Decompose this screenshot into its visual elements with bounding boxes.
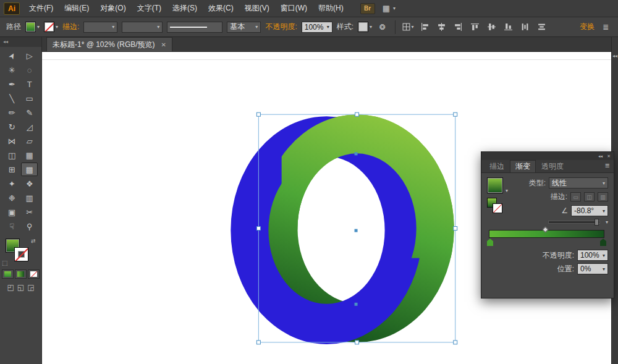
gradient-slider-bar[interactable] [489, 230, 604, 238]
tool-eyedropper[interactable]: ✦ [4, 177, 20, 190]
menu-file[interactable]: 文件(F) [23, 0, 59, 17]
brush-definition-select[interactable]: 基本▾ [227, 22, 261, 33]
stroke-within-button[interactable]: ▭ [570, 192, 581, 201]
stroke-color-control[interactable]: ▾ [44, 22, 58, 32]
color-mode-button[interactable] [2, 269, 14, 279]
tool-type[interactable]: T [21, 77, 38, 91]
menu-help[interactable]: 帮助(H) [313, 0, 349, 17]
chevron-down-icon[interactable]: ▾ [506, 188, 508, 193]
tool-slice[interactable]: ✂ [21, 205, 38, 219]
panel-tab-stroke[interactable]: 描边 [484, 160, 510, 172]
stop-location-select[interactable]: 0%▾ [577, 263, 608, 274]
panel-close-icon[interactable]: ✕ [607, 154, 611, 159]
slider-thumb[interactable] [595, 219, 599, 226]
width-profile-select[interactable]: ▾ [122, 22, 163, 33]
stop-opacity-slider[interactable] [548, 221, 600, 224]
gradient-angle-input[interactable]: -80.8°▾ [571, 205, 608, 216]
close-icon[interactable]: ✕ [161, 41, 166, 48]
selection-handle[interactable] [256, 341, 260, 344]
align-left-button[interactable] [418, 21, 431, 33]
screen-mode-icon[interactable]: ◲ [27, 283, 34, 292]
none-mode-button[interactable] [28, 269, 40, 279]
gradient-type-select[interactable]: 线性▾ [549, 177, 608, 188]
menu-type[interactable]: 文字(T) [132, 0, 167, 17]
selection-handle[interactable] [454, 341, 457, 344]
stroke-panel-link[interactable]: 描边: [62, 22, 79, 32]
panel-tab-transparency[interactable]: 透明度 [536, 160, 569, 172]
gradient-stop-end[interactable] [600, 239, 606, 246]
opacity-panel-link[interactable]: 不透明度: [265, 22, 297, 32]
tool-zoom[interactable]: ⚲ [21, 219, 38, 233]
tool-line-segment[interactable]: ╲ [4, 91, 20, 105]
graphic-style-control[interactable]: ▾ [358, 22, 372, 32]
panel-menu-icon[interactable]: ≣ [599, 21, 612, 33]
draw-normal-icon[interactable]: ◰ [7, 283, 14, 292]
align-center-button[interactable] [435, 21, 447, 33]
stroke-along-button[interactable]: ◫ [584, 192, 595, 201]
tool-scale[interactable]: ◿ [21, 120, 38, 133]
selection-handle[interactable] [355, 341, 359, 344]
align-bottom-button[interactable] [502, 21, 514, 33]
recolor-artwork-icon[interactable]: ❂ [376, 21, 389, 33]
menu-object[interactable]: 对象(O) [95, 0, 131, 17]
tool-selection[interactable]: ➤ [4, 49, 20, 62]
workspace-switcher[interactable]: ▦ ▾ [383, 4, 396, 13]
tool-blend[interactable]: ❖ [21, 177, 38, 190]
anchor-point[interactable] [355, 229, 358, 232]
distribute-vertical-button[interactable] [535, 21, 548, 33]
tool-hand[interactable]: ☟ [4, 219, 20, 233]
stroke-none-swatch[interactable] [44, 22, 54, 32]
tool-gradient[interactable]: ▩ [21, 163, 38, 176]
stroke-weight-select[interactable]: ▾ [83, 22, 117, 33]
bridge-icon[interactable]: Br [360, 3, 375, 14]
distribute-horizontal-button[interactable] [519, 21, 531, 33]
gradient-stroke-proxy[interactable] [493, 203, 502, 213]
panel-tab-gradient[interactable]: 渐变 [510, 160, 536, 172]
gradient-fill-swatch[interactable] [487, 177, 503, 193]
tool-direct-selection[interactable]: ▷ [21, 49, 38, 62]
tools-collapse-icon[interactable]: ◂◂ [0, 37, 41, 47]
tool-column-graph[interactable]: ▥ [21, 191, 38, 205]
menu-select[interactable]: 选择(S) [167, 0, 203, 17]
stop-opacity-select[interactable]: 100%▾ [577, 250, 608, 261]
tool-width[interactable]: ⋈ [4, 134, 20, 148]
menu-view[interactable]: 视图(V) [239, 0, 275, 17]
tool-paintbrush[interactable]: ✏ [4, 106, 20, 119]
style-swatch[interactable] [358, 22, 368, 32]
tool-symbol-sprayer[interactable]: ❉ [4, 191, 20, 205]
align-middle-button[interactable] [485, 21, 497, 33]
tool-mesh[interactable]: ⊞ [4, 163, 20, 176]
tool-rectangle[interactable]: ▭ [21, 91, 38, 105]
tool-artboard[interactable]: ▣ [4, 205, 20, 219]
gradient-midpoint-handle[interactable] [542, 227, 548, 233]
panel-collapse-icon[interactable]: ◂◂ [598, 154, 603, 159]
tool-pen[interactable]: ✒ [4, 77, 20, 91]
gradient-mode-button[interactable] [15, 269, 27, 279]
selection-handle[interactable] [454, 227, 457, 231]
document-tab[interactable]: 未标题-1* @ 102% (RGB/预览) ✕ [46, 37, 172, 51]
align-top-button[interactable] [468, 21, 481, 33]
selection-handle[interactable] [256, 227, 260, 231]
tool-lasso[interactable]: ◌ [21, 63, 38, 77]
tool-free-transform[interactable]: ▱ [21, 134, 38, 148]
dock-expand-icon[interactable]: ◂◂ [612, 53, 617, 59]
stroke-across-button[interactable]: ▥ [598, 192, 608, 201]
menu-effect[interactable]: 效果(C) [203, 0, 239, 17]
default-fill-stroke-icon[interactable]: ⬚ [2, 260, 7, 266]
brush-stroke-select[interactable] [167, 22, 222, 33]
anchor-point[interactable] [355, 152, 358, 155]
anchor-point[interactable] [355, 303, 358, 306]
tool-shape-builder[interactable]: ◫ [4, 148, 20, 162]
fill-color-control[interactable]: ▾ [25, 22, 40, 32]
tool-rotate[interactable]: ↻ [4, 120, 20, 133]
gradient-stop-start[interactable] [487, 239, 493, 246]
panel-menu-icon[interactable]: ≣ [605, 162, 614, 169]
fill-swatch[interactable] [25, 22, 36, 32]
tool-perspective-grid[interactable]: ▦ [21, 148, 38, 162]
arrange-documents-icon[interactable]: ▾ [402, 21, 414, 33]
tool-magic-wand[interactable]: ✳ [4, 63, 20, 77]
menu-edit[interactable]: 编辑(E) [59, 0, 95, 17]
selection-handle[interactable] [454, 112, 457, 116]
stroke-proxy-swatch[interactable] [14, 247, 28, 261]
tool-pencil[interactable]: ✎ [21, 106, 38, 119]
